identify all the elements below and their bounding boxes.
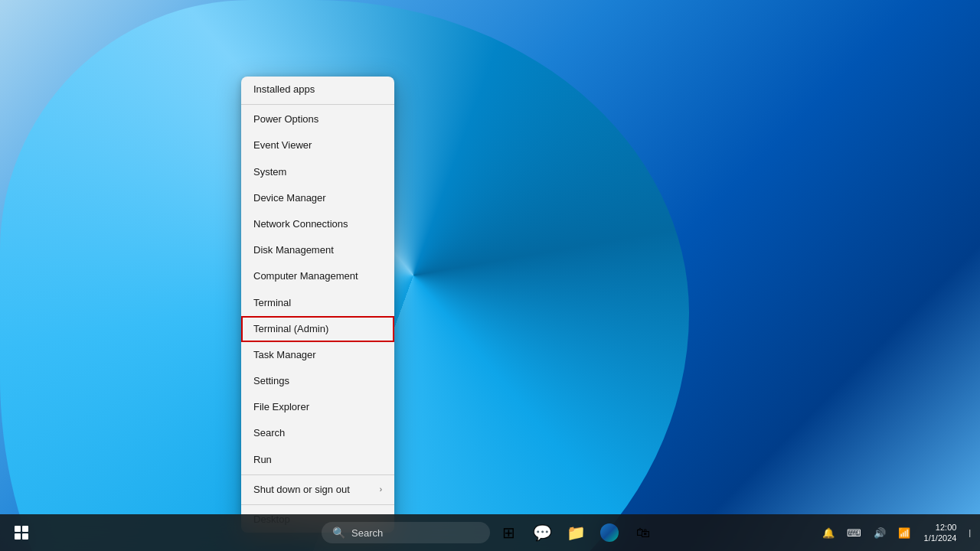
taskbar-search-bar[interactable]: 🔍 Search (322, 522, 490, 543)
taskbar-widgets-button[interactable]: ⊞ (493, 517, 524, 548)
menu-item-installed-apps[interactable]: Installed apps (241, 77, 394, 103)
system-tray: 🔔 ⌨ 🔊 📶 12:00 1/1/2024 | (818, 520, 980, 546)
start-button[interactable] (6, 517, 37, 548)
menu-item-search[interactable]: Search (241, 420, 394, 446)
menu-item-label-settings: Settings (253, 374, 289, 388)
menu-item-settings[interactable]: Settings (241, 368, 394, 394)
menu-item-terminal[interactable]: Terminal (241, 290, 394, 316)
menu-item-label-disk-management: Disk Management (253, 243, 334, 257)
search-icon: 🔍 (332, 527, 345, 539)
menu-item-event-viewer[interactable]: Event Viewer (241, 132, 394, 158)
tray-keyboard-icon[interactable]: ⌨ (842, 524, 866, 542)
menu-item-run[interactable]: Run (241, 447, 394, 473)
taskbar-file-explorer-button[interactable]: 📁 (560, 517, 591, 548)
menu-item-label-installed-apps: Installed apps (253, 83, 315, 96)
edge-icon (600, 523, 619, 542)
menu-item-label-search: Search (253, 426, 285, 440)
menu-divider-16 (241, 504, 394, 505)
menu-item-label-shut-down: Shut down or sign out (253, 483, 350, 497)
menu-item-system[interactable]: System (241, 159, 394, 185)
widgets-icon: ⊞ (502, 523, 515, 542)
menu-item-label-run: Run (253, 453, 272, 467)
store-icon: 🛍 (636, 525, 650, 541)
menu-item-label-network-connections: Network Connections (253, 217, 348, 231)
menu-item-device-manager[interactable]: Device Manager (241, 185, 394, 211)
menu-item-terminal-admin[interactable]: Terminal (Admin) (241, 316, 394, 342)
tray-network-icon[interactable]: 📶 (893, 524, 915, 542)
menu-item-shut-down[interactable]: Shut down or sign out› (241, 477, 394, 503)
menu-item-arrow-shut-down: › (380, 484, 382, 495)
menu-divider-15 (241, 474, 394, 475)
menu-item-label-computer-management: Computer Management (253, 269, 358, 283)
menu-item-label-event-viewer: Event Viewer (253, 139, 312, 152)
taskbar-search-label: Search (351, 527, 383, 539)
menu-divider-1 (241, 104, 394, 105)
menu-item-disk-management[interactable]: Disk Management (241, 237, 394, 263)
menu-item-label-terminal-admin: Terminal (Admin) (253, 322, 328, 336)
tray-show-desktop-button[interactable]: | (965, 527, 974, 539)
menu-item-network-connections[interactable]: Network Connections (241, 211, 394, 237)
tray-clock[interactable]: 12:00 1/1/2024 (918, 520, 963, 546)
menu-item-label-system: System (253, 165, 286, 179)
windows-logo-icon (15, 526, 28, 540)
file-explorer-icon: 📁 (567, 523, 586, 542)
tray-volume-icon[interactable]: 🔊 (869, 524, 890, 542)
taskbar-chat-button[interactable]: 💬 (527, 517, 557, 548)
menu-item-label-terminal: Terminal (253, 296, 291, 310)
menu-item-label-file-explorer: File Explorer (253, 400, 309, 414)
desktop-background (0, 0, 980, 551)
context-menu: Installed appsPower OptionsEvent ViewerS… (241, 77, 394, 533)
tray-notification-icon[interactable]: 🔔 (818, 524, 839, 542)
menu-item-file-explorer[interactable]: File Explorer (241, 394, 394, 420)
taskbar: 🔍 Search ⊞ 💬 📁 🛍 🔔 ⌨ 🔊 📶 12:00 (0, 514, 980, 551)
menu-item-computer-management[interactable]: Computer Management (241, 263, 394, 289)
clock-date: 1/1/2024 (924, 533, 957, 543)
taskbar-store-button[interactable]: 🛍 (628, 517, 658, 548)
taskbar-edge-button[interactable] (594, 517, 625, 548)
taskbar-center-area: 🔍 Search ⊞ 💬 📁 🛍 (322, 517, 658, 548)
menu-item-power-options[interactable]: Power Options (241, 106, 394, 132)
chat-icon: 💬 (533, 523, 552, 542)
menu-item-label-task-manager: Task Manager (253, 348, 316, 362)
menu-item-label-device-manager: Device Manager (253, 191, 326, 205)
clock-time: 12:00 (924, 522, 957, 533)
menu-item-label-power-options: Power Options (253, 112, 318, 126)
menu-item-task-manager[interactable]: Task Manager (241, 342, 394, 368)
